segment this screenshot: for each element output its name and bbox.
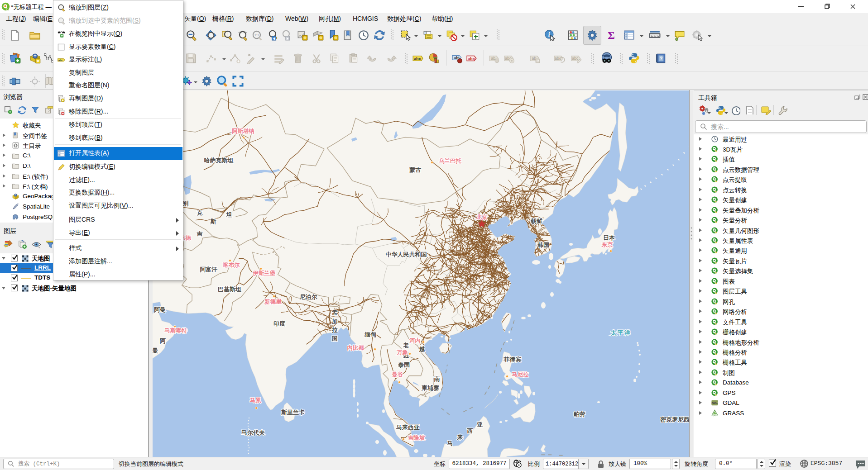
svg-text:来: 来 xyxy=(457,434,463,441)
svg-text:马: 马 xyxy=(447,440,453,447)
svg-text:国: 国 xyxy=(332,335,338,342)
svg-text:阿斯塔纳: 阿斯塔纳 xyxy=(232,128,254,134)
svg-text:缅甸: 缅甸 xyxy=(364,331,376,338)
svg-text:东京: 东京 xyxy=(601,241,614,248)
svg-text:伊斯兰堡: 伊斯兰堡 xyxy=(252,270,276,276)
svg-text:拉: 拉 xyxy=(331,327,338,333)
svg-text:内比都: 内比都 xyxy=(347,345,364,351)
svg-text:曼谷: 曼谷 xyxy=(392,371,404,378)
svg-text:阿富汗: 阿富汗 xyxy=(200,266,218,273)
svg-text:吉隆坡: 吉隆坡 xyxy=(408,435,425,441)
svg-text:马尼拉: 马尼拉 xyxy=(512,371,529,378)
svg-text:南: 南 xyxy=(434,375,440,382)
svg-text:GDAL: GDAL xyxy=(712,402,718,404)
svg-text:哈萨克斯坦: 哈萨克斯坦 xyxy=(204,157,234,164)
svg-text:阿: 阿 xyxy=(160,337,166,344)
svg-text:太平洋: 太平洋 xyxy=(610,329,631,336)
svg-text:北京: 北京 xyxy=(476,214,488,220)
svg-text:蒙古: 蒙古 xyxy=(409,166,422,173)
svg-text:新德里: 新德里 xyxy=(264,299,282,305)
svg-text:Σ: Σ xyxy=(608,29,615,41)
svg-text:坦: 坦 xyxy=(226,211,232,218)
svg-text:密克罗尼西亚: 密克罗尼西亚 xyxy=(660,416,689,423)
svg-text:印度: 印度 xyxy=(273,320,286,327)
svg-text:ab: ab xyxy=(491,56,495,61)
svg-text:菲律宾: 菲律宾 xyxy=(504,356,522,363)
svg-text:柬埔寨: 柬埔寨 xyxy=(421,385,440,391)
svg-text:巴基斯坦: 巴基斯坦 xyxy=(218,286,241,293)
svg-text:日本: 日本 xyxy=(603,234,615,241)
svg-text:斯: 斯 xyxy=(210,218,216,225)
svg-text:马累: 马累 xyxy=(250,397,262,404)
svg-text:马尔代夫: 马尔代夫 xyxy=(241,429,265,436)
svg-text:中华人民共和国: 中华人民共和国 xyxy=(386,251,427,258)
svg-text:加: 加 xyxy=(331,318,338,325)
svg-text:abc: abc xyxy=(414,57,421,61)
svg-text:老: 老 xyxy=(403,342,409,349)
svg-text:西: 西 xyxy=(467,427,473,434)
svg-text:帕劳: 帕劳 xyxy=(574,411,585,418)
svg-text:朝鲜: 朝鲜 xyxy=(530,218,542,224)
svg-text:i: i xyxy=(548,31,550,38)
svg-text:韩国: 韩国 xyxy=(537,242,549,248)
svg-text:吉: 吉 xyxy=(197,230,203,237)
svg-text:斯里兰卡: 斯里兰卡 xyxy=(281,409,305,416)
svg-text:阿曼: 阿曼 xyxy=(154,306,166,313)
svg-text:越: 越 xyxy=(419,346,425,352)
svg-text:泰国: 泰国 xyxy=(398,361,410,368)
svg-text:马斯喀特: 马斯喀特 xyxy=(164,328,187,334)
svg-text:1:1: 1:1 xyxy=(254,33,259,37)
svg-text:?: ? xyxy=(660,56,663,61)
svg-text:马来西亚: 马来西亚 xyxy=(396,424,420,431)
svg-text:曼: 曼 xyxy=(153,347,158,354)
svg-text:孟: 孟 xyxy=(331,309,338,316)
svg-text:克: 克 xyxy=(197,209,203,216)
svg-text:万象: 万象 xyxy=(396,349,408,356)
svg-text:abc: abc xyxy=(572,56,579,61)
svg-text:abc: abc xyxy=(58,59,63,62)
svg-text:河内: 河内 xyxy=(409,337,421,344)
svg-text:亚: 亚 xyxy=(477,421,483,428)
svg-text:尼泊尔: 尼泊尔 xyxy=(299,294,318,300)
svg-text:乌兰巴托: 乌兰巴托 xyxy=(439,158,462,164)
svg-text:喀布尔: 喀布尔 xyxy=(223,262,240,268)
svg-text:abc: abc xyxy=(468,57,475,61)
